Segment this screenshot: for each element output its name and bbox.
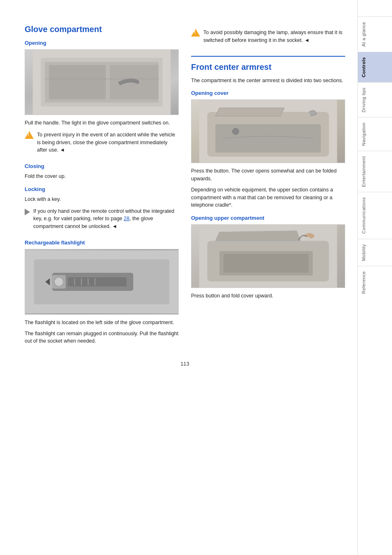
svg-rect-22 <box>224 254 309 272</box>
flashlight-image <box>25 249 179 315</box>
upper-compartment-body: Press button and fold cover upward. <box>191 292 345 300</box>
svg-rect-3 <box>49 65 106 99</box>
sidebar: At a glance Controls Driving tips Naviga… <box>357 0 392 555</box>
opening-body: Pull the handle. The light in the glove … <box>25 119 179 127</box>
sidebar-tab-communications[interactable]: Communications <box>358 192 392 239</box>
upper-compartment-image <box>191 224 345 288</box>
opening-cover-subtitle: Opening cover <box>191 90 345 96</box>
closing-subtitle: Closing <box>25 163 179 169</box>
sidebar-tab-reference[interactable]: Reference <box>358 266 392 299</box>
opening-warning-text: To prevent injury in the event of an acc… <box>37 131 179 154</box>
lamp-warning-text: To avoid possibly damaging the lamp, alw… <box>203 29 345 44</box>
svg-rect-18 <box>215 124 321 152</box>
lamp-warning: To avoid possibly damaging the lamp, alw… <box>191 29 345 48</box>
section-divider <box>191 56 345 57</box>
sidebar-tab-entertainment[interactable]: Entertainment <box>358 151 392 192</box>
note-triangle-icon <box>25 209 30 215</box>
armrest-cover-body2: Depending on vehicle equipment, the uppe… <box>191 186 345 209</box>
warning-triangle-icon <box>25 131 34 139</box>
sidebar-tab-at-a-glance[interactable]: At a glance <box>358 16 392 52</box>
armrest-cover-image <box>191 99 345 163</box>
flashlight-subtitle: Rechargeable flashlight <box>25 240 179 246</box>
locking-note: If you only hand over the remote control… <box>25 207 179 234</box>
armrest-cover-body1: Press the button. The cover opens somewh… <box>191 167 345 183</box>
opening-warning: To prevent injury in the event of an acc… <box>25 131 179 157</box>
opening-subtitle: Opening <box>25 40 179 46</box>
lamp-warning-triangle-icon <box>191 29 200 37</box>
closing-body: Fold the cover up. <box>25 173 179 180</box>
sidebar-tab-mobility[interactable]: Mobility <box>358 239 392 266</box>
svg-point-10 <box>54 277 63 286</box>
svg-point-19 <box>233 128 239 135</box>
locking-body: Lock with a key. <box>25 196 179 203</box>
glove-compartment-title: Glove compartment <box>25 25 179 34</box>
flashlight-body2: The flashlight can remain plugged in con… <box>25 330 179 345</box>
flashlight-body1: The flashlight is located on the left si… <box>25 319 179 327</box>
locking-note-text: If you only hand over the remote control… <box>33 207 179 230</box>
sidebar-tab-driving-tips[interactable]: Driving tips <box>358 82 392 117</box>
svg-rect-11 <box>68 277 127 286</box>
page-number: 113 <box>25 361 345 367</box>
front-armrest-title: Front center armrest <box>191 62 345 72</box>
sidebar-tab-navigation[interactable]: Navigation <box>358 117 392 151</box>
locking-page-link[interactable]: 28 <box>124 216 129 221</box>
opening-upper-subtitle: Opening upper compartment <box>191 215 345 221</box>
right-column: To avoid possibly damaging the lamp, alw… <box>191 25 345 348</box>
sidebar-tab-controls[interactable]: Controls <box>358 52 392 82</box>
main-content: Glove compartment Opening Pull the handl… <box>0 0 357 555</box>
glove-opening-image <box>25 49 179 115</box>
left-column: Glove compartment Opening Pull the handl… <box>25 25 179 348</box>
armrest-intro: The compartment is the center armrest is… <box>191 77 345 85</box>
locking-subtitle: Locking <box>25 186 179 192</box>
